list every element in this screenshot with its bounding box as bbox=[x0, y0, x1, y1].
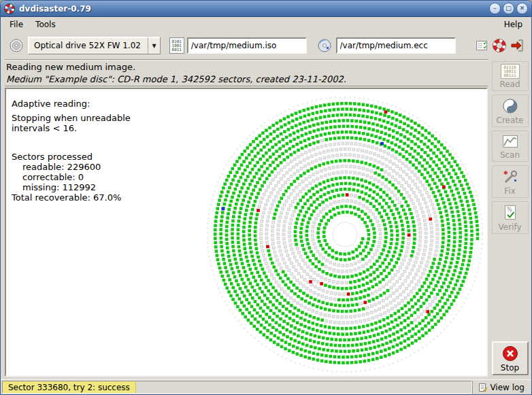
app-icon bbox=[4, 3, 15, 14]
fix-icon: ✱ bbox=[501, 168, 519, 186]
drive-combobox[interactable]: Optical drive 52X FW 1.02 ▼ bbox=[28, 37, 161, 54]
svg-text:✱: ✱ bbox=[503, 170, 508, 176]
binary-line: 00111 bbox=[503, 73, 516, 78]
stop-condition-line2: intervals < 16. bbox=[12, 123, 131, 133]
sectors-correctable: correctable: 0 bbox=[12, 172, 131, 182]
help-button[interactable] bbox=[491, 35, 508, 56]
main-column: Reading new medium image. Medium "Exampl… bbox=[1, 59, 489, 379]
image-file-icon: 0101 1001 0011 bbox=[169, 37, 184, 54]
status-line1: Reading new medium image. bbox=[6, 62, 486, 72]
read-label: Read bbox=[499, 80, 520, 89]
create-icon bbox=[501, 97, 519, 115]
status-panel: Reading new medium image. Medium "Exampl… bbox=[5, 59, 488, 86]
statusbar: Sector 333680, try 2: success View log bbox=[1, 379, 531, 394]
menu-file[interactable]: File bbox=[3, 18, 29, 31]
menu-help[interactable]: Help bbox=[498, 18, 529, 31]
drive-combobox-value: Optical drive 52X FW 1.02 bbox=[29, 41, 148, 50]
content: Reading new medium image. Medium "Exampl… bbox=[1, 59, 531, 379]
total-recoverable: Total recoverable: 67.0% bbox=[12, 192, 131, 203]
action-sidebar: 01110 10011 00111 Read Create bbox=[489, 59, 531, 379]
minimize-button[interactable]: – bbox=[489, 3, 501, 14]
reading-mode-title: Adaptive reading: bbox=[12, 99, 131, 109]
close-button[interactable]: ✕ bbox=[516, 3, 528, 14]
fix-label: Fix bbox=[504, 186, 515, 196]
sectors-readable: readable: 229600 bbox=[12, 162, 131, 172]
lifebuoy-icon bbox=[492, 38, 507, 53]
binary-line: 0011 bbox=[172, 48, 182, 52]
drive-select-button[interactable] bbox=[6, 35, 27, 56]
verify-label: Verify bbox=[498, 222, 521, 232]
view-log-button[interactable]: View log bbox=[472, 381, 530, 394]
drive-icon bbox=[8, 37, 24, 54]
maximize-button[interactable]: □ bbox=[503, 3, 514, 14]
log-icon bbox=[478, 383, 487, 392]
reading-view: Adaptive reading: Stopping when unreadab… bbox=[5, 88, 488, 377]
quit-button[interactable] bbox=[508, 35, 526, 56]
statusbar-message: Sector 333680, try 2: success bbox=[3, 381, 136, 393]
scan-label: Scan bbox=[500, 150, 520, 160]
fix-button[interactable]: ✱ Fix bbox=[492, 165, 529, 198]
preferences-icon bbox=[475, 39, 488, 52]
stop-condition-line1: Stopping when unreadable bbox=[12, 113, 131, 123]
preferences-button[interactable] bbox=[473, 35, 491, 56]
titlebar: dvdisaster-0.79 – □ ✕ bbox=[1, 1, 531, 17]
chevron-down-icon: ▼ bbox=[148, 37, 160, 54]
dvdisaster-window: dvdisaster-0.79 – □ ✕ File Tools Help Op… bbox=[0, 0, 532, 395]
scan-icon bbox=[501, 133, 519, 150]
statusbar-left: Sector 333680, try 2: success bbox=[2, 381, 472, 394]
status-line2: Medium "Example disc": CD-R mode 1, 3425… bbox=[6, 74, 486, 84]
create-button[interactable]: Create bbox=[492, 95, 529, 127]
menubar: File Tools Help bbox=[1, 17, 531, 32]
svg-text:%: % bbox=[507, 207, 512, 213]
sectors-heading: Sectors processed bbox=[12, 152, 131, 162]
stop-label: Stop bbox=[501, 363, 519, 373]
iso-path-input[interactable] bbox=[187, 37, 307, 54]
toolbar: Optical drive 52X FW 1.02 ▼ 0101 1001 00… bbox=[1, 32, 531, 59]
ecc-path-input[interactable] bbox=[336, 37, 456, 54]
reading-info: Adaptive reading: Stopping when unreadab… bbox=[12, 99, 131, 203]
read-icon: 01110 10011 00111 bbox=[501, 64, 520, 79]
stop-icon bbox=[501, 345, 519, 362]
disc-sector-map bbox=[205, 95, 485, 375]
exit-icon bbox=[510, 38, 525, 53]
menu-tools[interactable]: Tools bbox=[29, 18, 62, 31]
read-button[interactable]: 01110 10011 00111 Read bbox=[492, 61, 529, 91]
window-title: dvdisaster-0.79 bbox=[19, 4, 487, 14]
create-label: Create bbox=[497, 116, 524, 125]
stop-button[interactable]: Stop bbox=[492, 341, 529, 375]
verify-icon: % bbox=[501, 204, 519, 222]
view-log-label: View log bbox=[490, 383, 525, 392]
verify-button[interactable]: % Verify bbox=[492, 201, 529, 234]
sectors-missing: missing: 112992 bbox=[12, 182, 131, 192]
ecc-file-icon bbox=[316, 35, 333, 56]
scan-button[interactable]: Scan bbox=[492, 131, 529, 162]
